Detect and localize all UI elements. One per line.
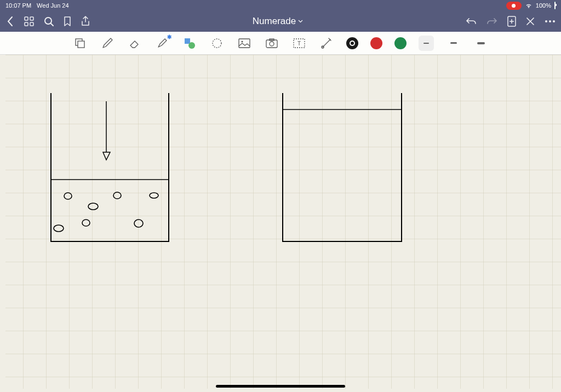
textbox-tool[interactable]: T [291,36,307,51]
pen-tool[interactable] [100,36,115,51]
svg-rect-1 [30,17,33,20]
status-bar: 10:07 PM Wed Jun 24 100% [0,0,561,11]
chevron-down-icon [298,20,303,23]
more-icon[interactable] [545,20,556,23]
svg-point-9 [545,20,547,22]
add-page-button[interactable] [507,16,516,27]
svg-rect-14 [185,38,190,44]
svg-point-32 [82,220,90,226]
svg-point-28 [64,193,72,199]
undo-button[interactable] [466,17,477,26]
color-red[interactable] [370,37,382,49]
svg-line-5 [51,24,53,26]
battery-icon [554,2,556,9]
svg-text:T: T [297,41,301,47]
back-button[interactable] [5,16,14,27]
svg-point-29 [113,192,121,199]
svg-rect-2 [25,22,28,26]
svg-rect-17 [239,39,250,48]
highlighter-tool[interactable]: ✱ [154,36,170,51]
battery-pct: 100% [536,2,551,9]
svg-rect-0 [25,17,28,20]
svg-point-20 [270,42,274,46]
page-title-container[interactable]: Numerade [253,16,303,27]
svg-point-33 [134,220,143,227]
color-black[interactable] [346,37,358,49]
svg-point-10 [549,20,551,22]
nav-bar: Numerade [0,11,561,32]
camera-tool[interactable] [264,36,279,51]
page-title: Numerade [253,16,296,27]
shapes-tool[interactable] [182,36,197,51]
record-indicator [506,2,522,10]
svg-rect-19 [266,40,277,48]
canvas[interactable] [0,55,561,392]
svg-point-30 [150,193,158,198]
laser-tool[interactable] [319,36,334,51]
stroke-thick[interactable] [473,36,489,51]
svg-point-15 [188,42,195,49]
eraser-tool[interactable] [127,36,142,51]
svg-point-18 [242,41,243,42]
svg-rect-13 [78,41,84,48]
share-icon[interactable] [81,16,90,27]
stroke-medium[interactable] [446,36,461,51]
image-tool[interactable] [237,36,252,51]
stroke-thin[interactable] [419,36,434,51]
svg-rect-3 [30,22,33,26]
drawing-layer [0,55,561,392]
home-indicator[interactable] [216,385,345,388]
wifi-icon [525,3,533,9]
grid-icon[interactable] [24,16,34,26]
search-icon[interactable] [44,16,54,26]
status-date: Wed Jun 24 [37,2,69,9]
bookmark-icon[interactable] [64,16,71,26]
redo-button[interactable] [486,17,497,26]
close-button[interactable] [526,17,535,26]
lasso-tool[interactable] [209,36,225,51]
svg-point-34 [54,225,64,232]
shape-tool[interactable] [72,36,88,51]
svg-point-16 [213,39,221,48]
toolbar: ✱ T [0,32,561,55]
svg-point-11 [553,20,555,22]
color-green[interactable] [394,37,407,49]
svg-point-31 [88,203,98,210]
svg-point-4 [45,18,51,24]
status-time: 10:07 PM [5,2,31,9]
